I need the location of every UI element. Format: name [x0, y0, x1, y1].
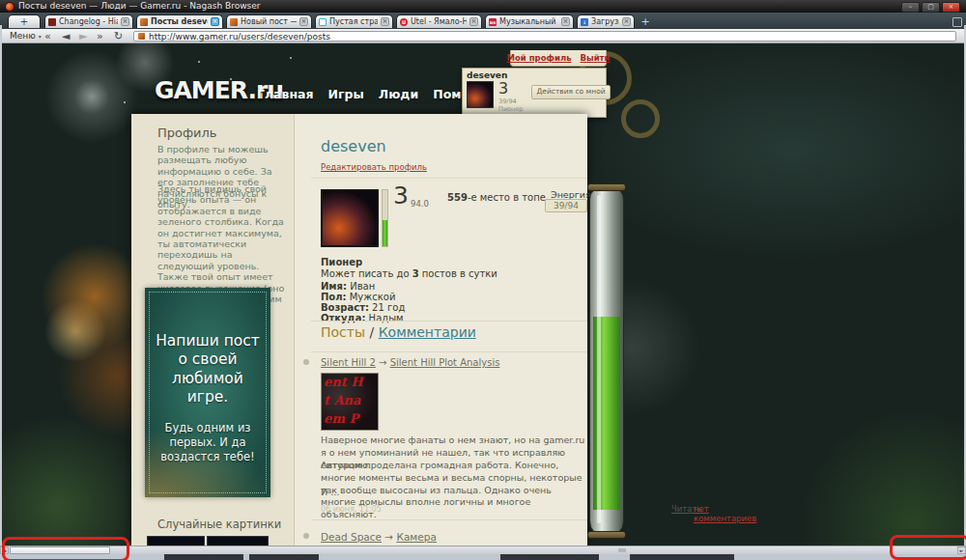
window-titlebar[interactable]: Посты deseven — Люди — Gamer.ru - Nagash… — [0, 0, 966, 13]
divider — [311, 519, 587, 520]
post-paragraph: И ... — [321, 487, 589, 499]
nav-people[interactable]: Люди — [379, 87, 418, 101]
nav-games[interactable]: Игры — [328, 87, 364, 101]
tab-close-icon[interactable]: × — [299, 17, 308, 26]
tab-music-profile[interactable]: as Музыкальный профи... × — [485, 14, 574, 28]
new-tab-plus-icon[interactable]: + — [639, 16, 651, 28]
webpage-viewport: GAMER.ru Главная Игры Люди Помощь Мой пр… — [0, 43, 966, 546]
back-fast-button[interactable]: « — [44, 30, 51, 42]
random-picture-thumb[interactable] — [207, 536, 269, 546]
reload-button[interactable]: ↻ — [114, 30, 123, 42]
banner-text: Напиши пост о своей любимой игре. — [151, 332, 265, 407]
tab-close-icon[interactable]: × — [622, 17, 631, 26]
taskbar-window-button[interactable] — [249, 554, 319, 560]
tab-new-post[interactable]: Новый пост — Вопро... × — [226, 14, 312, 28]
tab-label: Загрузки — [591, 17, 619, 26]
taskbar-edge — [0, 554, 966, 560]
field-label: Возраст: — [321, 302, 369, 313]
address-bar[interactable]: http://www.gamer.ru/users/deseven/posts — [133, 31, 956, 42]
user-rank: Пионер — [498, 106, 523, 113]
tab-label: Пустая страница — [329, 17, 378, 26]
user-card-name[interactable]: deseven — [467, 70, 602, 80]
taskbar-window-button[interactable] — [630, 554, 734, 560]
menu-button[interactable]: Меню ▾ — [5, 31, 46, 42]
random-picture-thumb[interactable] — [147, 536, 205, 546]
tab-close-icon[interactable]: × — [561, 17, 570, 26]
tab-changelog[interactable]: Changelog - Hiawatha... × — [44, 14, 133, 28]
divider — [311, 351, 587, 352]
annotation-box-left — [2, 537, 129, 560]
tab-label: Utel - Ямало-Ненецки... — [411, 17, 467, 26]
chevron-down-icon: ▾ — [39, 31, 42, 42]
field-value: Иван — [347, 281, 375, 292]
horizontal-scrollbar[interactable]: ◄ ► — [0, 546, 966, 554]
sparkle-icon — [124, 101, 126, 103]
limit-suffix: постов в сутки — [419, 268, 497, 279]
sidebar-title: Профиль — [157, 126, 217, 140]
post-thumbnail[interactable]: ent H t Ana em P — [321, 373, 379, 431]
forward-button[interactable]: ► — [79, 30, 87, 42]
utel-favicon-icon: U — [400, 18, 408, 26]
tab-utel[interactable]: U Utel - Ямало-Ненецки... × — [396, 14, 482, 28]
post-title-link[interactable]: Silent Hill Plot Analysis — [390, 357, 500, 368]
edit-profile-link[interactable]: Редактировать профиль — [321, 162, 427, 172]
avatar[interactable] — [321, 189, 379, 247]
tab-close-icon[interactable]: × — [121, 17, 129, 26]
post-game-link[interactable]: Silent Hill 2 — [321, 357, 376, 368]
window-close-button[interactable]: × — [942, 2, 960, 13]
session-links: Мой профиль Выйти — [510, 50, 607, 67]
back-button[interactable]: ◄ — [62, 30, 70, 42]
exp-number: 94.0 — [411, 199, 429, 209]
tab-downloads[interactable]: ↓ Загрузки × — [577, 14, 635, 28]
write-post-banner[interactable]: Напиши пост о своей любимой игре. Будь о… — [145, 288, 270, 497]
top-rank-suffix: -е место в топе — [468, 192, 546, 203]
window-controls: – ▢ × — [901, 2, 960, 13]
tab-bar: + Changelog - Hiawatha... × Посты deseve… — [0, 13, 966, 29]
window-minimize-button[interactable]: – — [901, 2, 920, 13]
tab-posts-deseven-active[interactable]: Посты deseven — Л... × — [136, 14, 223, 28]
tab-label: Changelog - Hiawatha... — [59, 17, 118, 26]
top-rank-number: 559 — [447, 192, 468, 203]
my-profile-link[interactable]: Мой профиль — [507, 53, 572, 63]
avatar[interactable] — [467, 81, 494, 108]
new-tab-button[interactable]: + — [8, 14, 41, 28]
tab-comments[interactable]: Комментарии — [379, 324, 476, 340]
forward-fast-button[interactable]: » — [97, 30, 103, 42]
tab-close-icon[interactable]: × — [381, 17, 389, 26]
logout-link[interactable]: Выйти — [581, 53, 611, 63]
window-maximize-button[interactable]: ▢ — [922, 2, 940, 13]
tab-separator: / — [365, 324, 379, 340]
arrow-icon: → — [382, 531, 396, 543]
downloads-favicon-icon: ↓ — [581, 18, 588, 26]
tab-close-icon[interactable]: × — [469, 17, 478, 26]
tube-bottom-cap — [587, 531, 626, 539]
post-game-link[interactable]: Dead Space — [321, 531, 382, 543]
tab-posts[interactable]: Посты — [321, 324, 365, 340]
content-tabs: Посты / Комментарии — [321, 324, 476, 340]
post-title-link[interactable]: Камера — [396, 531, 436, 543]
actions-with-me-button[interactable]: Действия со мной — [531, 85, 610, 99]
tab-blank-page[interactable]: Пустая страница × — [315, 14, 393, 28]
top-rank: 559-е место в топе — [447, 192, 546, 203]
limit-number: 3 — [412, 268, 419, 279]
no-comments-link[interactable]: нет комментариев — [694, 504, 756, 523]
window-frame-left — [0, 25, 2, 554]
user-exp: 39/94 — [498, 98, 523, 105]
profile-field: Откуда: Надым — [321, 313, 404, 323]
tab-close-icon[interactable]: × — [211, 17, 219, 26]
tab-label: Новый пост — Вопро... — [241, 17, 297, 26]
taskbar-window-button[interactable] — [164, 554, 243, 560]
sparkle-icon — [198, 61, 200, 63]
divider — [311, 321, 587, 322]
post-limit-line: Может писать до 3 постов в сутки — [321, 268, 497, 279]
taskbar-window-button[interactable] — [500, 554, 599, 560]
panel-toggle-icon[interactable] — [952, 17, 962, 27]
nav-home[interactable]: Главная — [257, 87, 314, 101]
page-title: deseven — [321, 137, 386, 155]
post-bullet-icon — [303, 533, 309, 539]
gear-decoration-icon — [621, 99, 660, 138]
url-text: http://www.gamer.ru/users/deseven/posts — [149, 32, 330, 42]
thumb-text: em P — [322, 410, 378, 429]
profile-field: Пол: Мужской — [321, 292, 395, 302]
divider — [311, 178, 587, 179]
